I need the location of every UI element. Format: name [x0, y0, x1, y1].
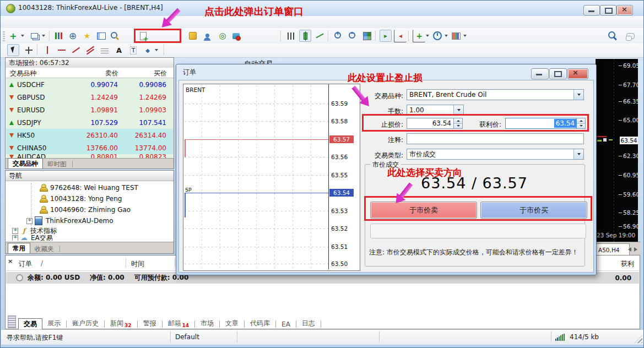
mw-row-usdjpy[interactable]: USDJPY 107.529 107.541	[6, 116, 173, 129]
auto-scroll-icon[interactable]	[394, 30, 407, 42]
tab-codebase[interactable]: 代码库	[245, 318, 275, 329]
tree-server-demo[interactable]: ThinkForexAU-Demo	[26, 216, 113, 226]
tree-ea[interactable]: ☁ EA交易	[12, 235, 53, 241]
col-ask[interactable]: 买价	[121, 69, 167, 78]
symbol-select[interactable]: BRENT, Brent Crude Oil	[407, 89, 584, 100]
mw-row-hk50[interactable]: HK50 26310.40 26314.40	[6, 129, 173, 142]
tab-market[interactable]: 市场	[196, 318, 219, 329]
templates-icon[interactable]	[450, 30, 462, 42]
chart-shift-icon[interactable]	[380, 30, 392, 42]
mw-row-china50[interactable]: CHINA50 13766.00 13774.00	[6, 142, 173, 155]
tab-exposure[interactable]: 展示	[42, 318, 66, 329]
signals-icon[interactable]	[217, 30, 229, 42]
zoom-in-icon[interactable]	[332, 30, 344, 42]
chart-tab[interactable]: A50,H4	[596, 243, 630, 255]
tick-axis-price: 63.53	[331, 208, 348, 214]
dialog-restore-button[interactable]	[549, 68, 567, 79]
cursor-tool-icon[interactable]	[7, 44, 19, 56]
templates-dropdown-icon[interactable]	[462, 30, 467, 42]
minimize-button[interactable]	[583, 5, 600, 15]
tab-news[interactable]: 新闻32	[105, 318, 137, 329]
channel-tool-icon[interactable]	[84, 44, 96, 56]
indicators-dropdown-icon[interactable]	[425, 30, 430, 42]
text-tool-icon[interactable]	[113, 44, 125, 56]
maximize-button[interactable]	[600, 5, 616, 15]
tree-indicators[interactable]: ƒ 技术指标	[12, 226, 57, 236]
tab-alerts[interactable]: 警报	[138, 318, 161, 329]
col-profit[interactable]: 获利	[609, 259, 634, 269]
data-window-toggle-icon[interactable]	[67, 30, 79, 42]
tab-symbols[interactable]: 交易品种	[8, 158, 43, 168]
col-order[interactable]: 订单	[19, 259, 32, 269]
new-chart-dropdown-icon[interactable]	[20, 30, 25, 42]
dialog-minimize-button[interactable]	[531, 68, 549, 79]
tile-windows-icon[interactable]	[361, 30, 373, 42]
axis-price: 65.00	[623, 117, 640, 123]
indicators-icon[interactable]	[413, 30, 425, 42]
col-time[interactable]: 时间	[131, 259, 144, 269]
tree-account-1[interactable]: 9762648: Wei Huang TEST	[40, 183, 138, 193]
current-price-tag: 63.54	[620, 137, 638, 144]
resize-grip[interactable]	[635, 335, 642, 343]
fibonacci-tool-icon[interactable]	[99, 44, 111, 56]
tab-articles[interactable]: 文章	[220, 318, 243, 329]
chat-icon[interactable]	[624, 30, 636, 42]
navigator-tabbar: 常用 收藏夹	[6, 242, 174, 253]
tab-common[interactable]: 常用	[8, 243, 30, 253]
expand-icon[interactable]	[12, 235, 18, 241]
col-bid[interactable]: 卖价	[69, 69, 118, 78]
navigator-toggle-icon[interactable]	[81, 30, 93, 42]
vertical-line-tool-icon[interactable]	[41, 44, 53, 56]
expand-icon[interactable]	[26, 218, 33, 224]
main-chart-area[interactable]: 69.05 67.70 66.35 65.00 62.30 60.95 59.6…	[596, 59, 638, 242]
new-chart-button[interactable]	[7, 30, 19, 42]
tab-account-history[interactable]: 账户历史	[67, 318, 104, 329]
bar-chart-icon[interactable]	[285, 30, 297, 42]
profiles-dropdown-icon[interactable]	[41, 30, 46, 42]
expand-icon[interactable]	[12, 228, 18, 234]
styler-icon[interactable]	[187, 30, 199, 42]
profiles-button[interactable]	[28, 30, 40, 42]
line-chart-icon[interactable]	[313, 30, 326, 42]
terminal-toggle-icon[interactable]	[95, 30, 107, 42]
mw-row-usdchf[interactable]: USDCHF 0.99074 0.99086	[6, 78, 173, 91]
text-label-tool-icon[interactable]	[127, 44, 139, 56]
status-profile[interactable]: Default	[175, 333, 199, 341]
col-symbol[interactable]: 交易品种	[10, 69, 36, 78]
tab-mailbox[interactable]: 邮箱14	[163, 318, 194, 329]
menu-bar: 文件(F) 显示(V) 插入(I) 图表(C) 工具(T) 窗口(W) 帮助(H…	[1, 16, 644, 29]
comment-input[interactable]	[407, 133, 584, 144]
tab-tick-chart[interactable]: 即时图	[43, 160, 71, 168]
dialog-close-button[interactable]	[567, 68, 588, 79]
order-type-select[interactable]: 市价成交	[407, 149, 584, 160]
candlestick-chart-icon[interactable]	[299, 30, 311, 42]
tab-trade[interactable]: 交易	[18, 318, 42, 329]
crosshair-tool-icon[interactable]	[23, 44, 35, 56]
periods-icon[interactable]	[431, 30, 443, 42]
terminal-close-icon[interactable]: ×	[8, 258, 13, 265]
tab-favorites[interactable]: 收藏夹	[30, 244, 58, 253]
community-icon[interactable]	[201, 30, 213, 42]
terminal-drag-handle[interactable]	[8, 316, 16, 328]
toolbar-drag-handle[interactable]	[3, 30, 5, 41]
autotrading-icon[interactable]	[230, 30, 242, 42]
tab-scroll-left-icon[interactable]	[628, 247, 631, 252]
arrows-dropdown-icon[interactable]	[154, 44, 159, 56]
tab-experts[interactable]: EA	[277, 318, 295, 329]
tab-scroll-right-icon[interactable]	[634, 247, 637, 252]
close-button[interactable]	[616, 5, 633, 15]
tree-account-2[interactable]: 10043128: Yong Peng	[40, 194, 122, 204]
tree-account-3[interactable]: 10046960: Zhiming Gao	[40, 205, 131, 215]
zoom-out-icon[interactable]	[347, 30, 359, 42]
trendline-tool-icon[interactable]	[70, 44, 82, 56]
market-watch-toggle-icon[interactable]	[52, 30, 64, 42]
search-icon[interactable]	[608, 30, 620, 42]
periods-dropdown-icon[interactable]	[443, 30, 448, 42]
strategy-tester-icon[interactable]	[110, 30, 122, 42]
candle	[597, 140, 602, 142]
horizontal-line-tool-icon[interactable]	[56, 44, 68, 56]
tab-journal[interactable]: 日志	[297, 318, 320, 329]
arrows-tool-icon[interactable]	[142, 44, 154, 56]
mw-row-eurusd[interactable]: EURUSD 1.09891 1.09903	[6, 104, 173, 117]
mw-row-gbpusd[interactable]: GBPUSD 1.24249 1.24269	[6, 91, 173, 104]
